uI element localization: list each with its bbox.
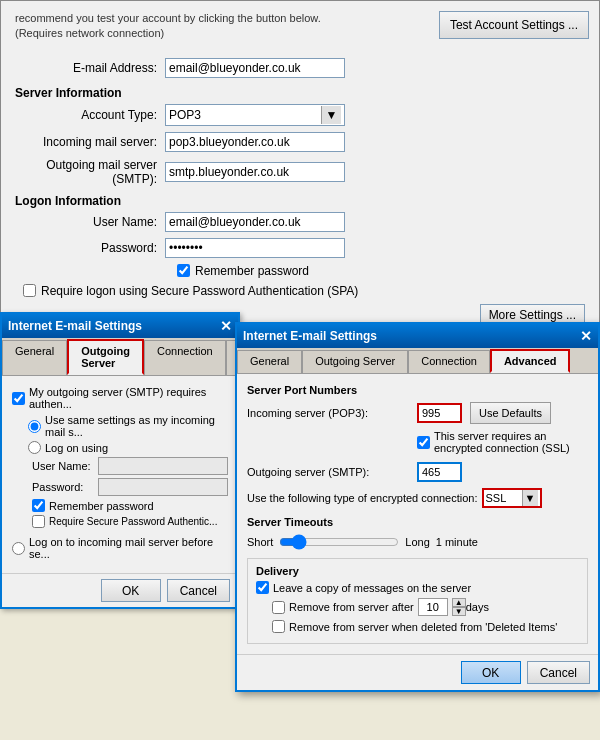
encryption-label: Use the following type of encrypted conn…: [247, 492, 478, 504]
password-label: Password:: [15, 241, 165, 255]
account-type-label: Account Type:: [15, 108, 165, 122]
ssl-checkbox-row: This server requires an encrypted connec…: [417, 430, 588, 454]
remove-after-row: Remove from server after ▲ ▼ days: [272, 598, 579, 616]
log-on-incoming-row: Log on to incoming mail server before se…: [12, 536, 228, 560]
advanced-cancel-button[interactable]: Cancel: [527, 661, 590, 684]
delivery-title: Delivery: [256, 565, 579, 577]
remove-deleted-label: Remove from server when deleted from 'De…: [289, 621, 557, 633]
sub-username-row: User Name:: [32, 457, 228, 475]
tab-connection-back[interactable]: Connection: [144, 340, 226, 375]
remember-password-row: Remember password: [177, 264, 585, 278]
back-spa-checkbox[interactable]: [32, 515, 45, 528]
delivery-section: Delivery Leave a copy of messages on the…: [247, 558, 588, 644]
log-on-row: Log on using: [28, 441, 228, 454]
back-remember-row: Remember password: [32, 499, 228, 512]
spinner-down-button[interactable]: ▼: [452, 607, 466, 616]
remember-password-checkbox[interactable]: [177, 264, 190, 277]
ssl-checkbox[interactable]: [417, 436, 430, 449]
password-row: Password:: [15, 238, 585, 258]
spa-label: Require logon using Secure Password Auth…: [41, 284, 358, 298]
test-account-button[interactable]: Test Account Settings ...: [439, 11, 589, 39]
advanced-dialog-title: Internet E-mail Settings: [243, 329, 377, 343]
smtp-auth-label: My outgoing server (SMTP) requires authe…: [29, 386, 228, 410]
tab-connection-front[interactable]: Connection: [408, 350, 490, 373]
same-settings-radio[interactable]: [28, 420, 41, 433]
tab-advanced-front[interactable]: Advanced: [490, 349, 571, 373]
outgoing-dialog-titlebar: Internet E-mail Settings ✕: [2, 314, 238, 338]
logon-radio[interactable]: [28, 441, 41, 454]
remove-after-checkbox[interactable]: [272, 601, 285, 614]
smtp-auth-checkbox[interactable]: [12, 392, 25, 405]
spa-checkbox[interactable]: [23, 284, 36, 297]
remove-deleted-checkbox[interactable]: [272, 620, 285, 633]
sub-username-label: User Name:: [32, 460, 98, 472]
outgoing-port-input[interactable]: [417, 462, 462, 482]
timeout-row: Short Long 1 minute: [247, 534, 588, 550]
smtp-auth-row: My outgoing server (SMTP) requires authe…: [12, 386, 228, 410]
leave-messages-row: Leave a copy of messages on the server: [256, 581, 579, 594]
username-label: User Name:: [15, 215, 165, 229]
advanced-dialog-body: Server Port Numbers Incoming server (POP…: [237, 374, 598, 654]
encryption-value: SSL: [486, 492, 507, 504]
sub-password-row: Password:: [32, 478, 228, 496]
use-defaults-button[interactable]: Use Defaults: [470, 402, 551, 424]
tab-outgoing-front[interactable]: Outgoing Server: [302, 350, 408, 373]
account-type-dropdown[interactable]: POP3 ▼: [165, 104, 345, 126]
password-input[interactable]: [165, 238, 345, 258]
back-remember-label: Remember password: [49, 500, 154, 512]
log-incoming-label: Log on to incoming mail server before se…: [29, 536, 228, 560]
tab-general-back[interactable]: General: [2, 340, 67, 375]
back-ok-button[interactable]: OK: [101, 579, 161, 602]
advanced-dialog-close-button[interactable]: ✕: [580, 328, 592, 344]
tab-general-front[interactable]: General: [237, 350, 302, 373]
leave-messages-checkbox[interactable]: [256, 581, 269, 594]
logon-info-header: Logon Information: [15, 194, 585, 208]
account-type-value: POP3: [169, 108, 201, 122]
dropdown-arrow-icon: ▼: [321, 106, 341, 124]
log-incoming-radio[interactable]: [12, 542, 25, 555]
timeout-value: 1 minute: [436, 536, 478, 548]
back-cancel-button[interactable]: Cancel: [167, 579, 230, 602]
advanced-ok-button[interactable]: OK: [461, 661, 521, 684]
incoming-port-label: Incoming server (POP3):: [247, 407, 417, 419]
outgoing-dialog-close-button[interactable]: ✕: [220, 318, 232, 334]
incoming-server-input[interactable]: [165, 132, 345, 152]
ssl-label: This server requires an encrypted connec…: [434, 430, 588, 454]
incoming-server-label: Incoming mail server:: [15, 135, 165, 149]
remove-deleted-row: Remove from server when deleted from 'De…: [272, 620, 579, 633]
logon-fields: User Name: Password:: [32, 457, 228, 496]
username-input[interactable]: [165, 212, 345, 232]
sub-password-input[interactable]: [98, 478, 228, 496]
log-incoming-radio-row: Log on to incoming mail server before se…: [12, 536, 228, 560]
timeout-slider[interactable]: [279, 534, 399, 550]
incoming-port-row: Incoming server (POP3): Use Defaults: [247, 402, 588, 424]
outgoing-server-input[interactable]: [165, 162, 345, 182]
outgoing-server-dialog: Internet E-mail Settings ✕ General Outgo…: [0, 312, 240, 609]
timeout-title: Server Timeouts: [247, 516, 588, 528]
tab-outgoing-server[interactable]: Outgoing Server: [67, 339, 144, 375]
sub-password-label: Password:: [32, 481, 98, 493]
timeout-section: Server Timeouts Short Long 1 minute: [247, 516, 588, 550]
back-spa-label: Require Secure Password Authentic...: [49, 516, 217, 527]
encryption-dropdown[interactable]: SSL ▼: [482, 488, 542, 508]
days-input[interactable]: [418, 598, 448, 616]
advanced-dialog-titlebar: Internet E-mail Settings ✕: [237, 324, 598, 348]
outgoing-dialog-title: Internet E-mail Settings: [8, 319, 142, 333]
spa-row: Require logon using Secure Password Auth…: [23, 284, 585, 298]
sub-username-input[interactable]: [98, 457, 228, 475]
outgoing-dialog-tabs: General Outgoing Server Connection Adv..…: [2, 338, 238, 376]
remember-password-label: Remember password: [195, 264, 309, 278]
short-label: Short: [247, 536, 273, 548]
server-ports-title: Server Port Numbers: [247, 384, 588, 396]
email-input[interactable]: [165, 58, 345, 78]
spinner-up-button[interactable]: ▲: [452, 598, 466, 607]
incoming-port-input[interactable]: [417, 403, 462, 423]
remove-after-label: Remove from server after: [289, 601, 414, 613]
days-spinner: ▲ ▼: [452, 598, 466, 616]
outgoing-dialog-body: My outgoing server (SMTP) requires authe…: [2, 376, 238, 573]
encryption-row: Use the following type of encrypted conn…: [247, 488, 588, 508]
back-remember-checkbox[interactable]: [32, 499, 45, 512]
days-label: days: [466, 601, 489, 613]
username-row: User Name:: [15, 212, 585, 232]
outgoing-server-label: Outgoing mail server (SMTP):: [15, 158, 165, 186]
